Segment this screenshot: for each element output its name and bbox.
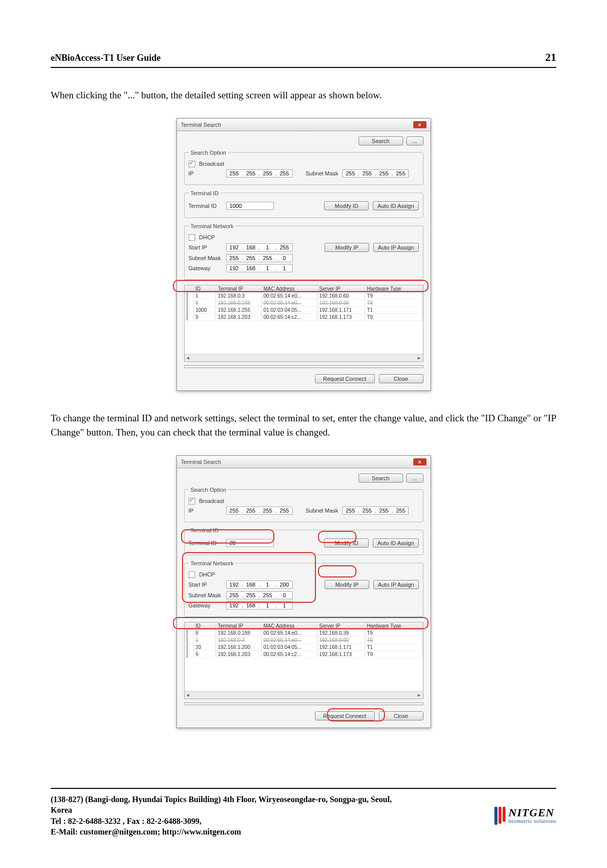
request-connect-button[interactable]: Request Connect (315, 374, 375, 383)
ip-octet[interactable] (361, 508, 374, 514)
ip-octet[interactable] (278, 255, 291, 261)
table-row[interactable]: 8 192.168.0.188 00:02:65:14:e0... 192.16… (185, 630, 423, 637)
col-server-ip[interactable]: Server IP (317, 285, 365, 292)
ip-octet[interactable] (244, 582, 258, 588)
ip-octet[interactable] (344, 170, 357, 176)
broadcast-checkbox[interactable] (189, 498, 195, 504)
start-ip-input[interactable]: . . . (226, 243, 293, 251)
ip-octet[interactable] (278, 602, 291, 608)
gateway-input[interactable]: . . . (226, 601, 293, 609)
close-button[interactable]: Close (379, 374, 423, 383)
scroll-right-icon[interactable]: ► (416, 355, 423, 360)
close-icon[interactable]: × (413, 458, 426, 465)
auto-ip-assign-button[interactable]: Auto IP Assign (373, 243, 418, 252)
more-button[interactable]: ... (406, 136, 423, 146)
ip-octet[interactable] (261, 170, 274, 176)
ip-octet[interactable] (261, 602, 274, 608)
broadcast-ip-input[interactable]: . . . (226, 169, 293, 177)
gateway-input[interactable]: . . . (226, 264, 293, 272)
ip-octet[interactable] (278, 244, 291, 250)
row-checkbox[interactable] (187, 644, 188, 650)
table-row[interactable]: 1 192.168.0.3 00:02:65:14:e0... 192.168.… (185, 293, 423, 300)
close-button[interactable]: Close (379, 711, 423, 720)
ip-octet[interactable] (228, 582, 241, 588)
ip-octet[interactable] (228, 244, 241, 250)
terminal-id-input[interactable] (226, 539, 274, 547)
ip-octet[interactable] (344, 508, 357, 514)
broadcast-mask-input[interactable]: . . . (342, 507, 409, 515)
auto-id-assign-button[interactable]: Auto ID Assign (373, 538, 418, 548)
dhcp-checkbox[interactable] (189, 571, 195, 578)
terminal-id-input[interactable] (226, 202, 274, 210)
search-button[interactable]: Search (359, 474, 403, 483)
ip-octet[interactable] (244, 265, 258, 271)
horizontal-scrollbar[interactable]: ◄ ► (185, 354, 423, 361)
more-button[interactable]: ... (406, 474, 423, 483)
ip-octet[interactable] (261, 582, 274, 588)
row-checkbox[interactable] (187, 637, 188, 643)
col-terminal-ip[interactable]: Terminal IP (216, 285, 262, 292)
row-checkbox[interactable] (187, 314, 188, 320)
ip-octet[interactable] (244, 592, 258, 598)
table-row[interactable]: 1 192.168.0.3 00:02:65:14:e0... 192.168.… (185, 637, 423, 644)
ip-octet[interactable] (244, 508, 258, 514)
col-hw-type[interactable]: Hardware Type (365, 285, 423, 292)
table-row[interactable]: 20 192.168.1.200 01:02:03:04:05... 192.1… (185, 644, 423, 651)
auto-ip-assign-button[interactable]: Auto IP Assign (373, 580, 418, 589)
ip-octet[interactable] (228, 265, 241, 271)
ip-octet[interactable] (244, 244, 258, 250)
ip-octet[interactable] (278, 592, 291, 598)
col-id[interactable]: ID (194, 285, 216, 292)
ip-octet[interactable] (278, 265, 291, 271)
row-checkbox[interactable] (187, 651, 188, 658)
ip-octet[interactable] (377, 508, 390, 514)
col-id[interactable]: ID (194, 623, 216, 629)
ip-octet[interactable] (228, 170, 241, 176)
ip-octet[interactable] (261, 244, 274, 250)
col-mac[interactable]: MAC Address (262, 623, 317, 629)
ip-octet[interactable] (377, 170, 390, 176)
horizontal-scrollbar[interactable]: ◄ ► (185, 691, 423, 699)
scroll-left-icon[interactable]: ◄ (185, 693, 192, 698)
table-row[interactable]: 8 192.168.0.188 00:02:65:14:e0... 192.16… (185, 300, 423, 307)
table-row[interactable]: 1000 192.168.1.255 01:02:03:04:05... 192… (185, 307, 423, 314)
col-mac[interactable]: MAC Address (262, 285, 317, 292)
ip-octet[interactable] (278, 582, 291, 588)
ip-octet[interactable] (228, 255, 241, 261)
search-button[interactable]: Search (359, 136, 403, 146)
ip-octet[interactable] (244, 602, 258, 608)
close-icon[interactable]: × (413, 121, 426, 128)
ip-octet[interactable] (244, 170, 258, 176)
table-row[interactable]: 9 192.168.1.203 00:02:65:14:c2... 192.16… (185, 651, 423, 658)
ip-octet[interactable] (261, 255, 274, 261)
scroll-right-icon[interactable]: ► (416, 693, 423, 698)
modify-id-button[interactable]: Modify ID (324, 201, 369, 210)
ip-octet[interactable] (228, 602, 241, 608)
ip-octet[interactable] (394, 170, 407, 176)
row-checkbox[interactable] (187, 300, 188, 306)
ip-octet[interactable] (228, 508, 241, 514)
modify-ip-button[interactable]: Modify IP (325, 243, 369, 252)
start-ip-input[interactable]: . . . (226, 581, 293, 589)
subnet-mask-input[interactable]: . . . (226, 254, 293, 262)
ip-octet[interactable] (244, 255, 258, 261)
ip-octet[interactable] (278, 170, 291, 176)
ip-octet[interactable] (261, 508, 274, 514)
subnet-mask-input[interactable]: . . . (226, 591, 293, 599)
broadcast-mask-input[interactable]: . . . (342, 169, 409, 177)
ip-octet[interactable] (261, 265, 274, 271)
ip-octet[interactable] (228, 592, 241, 598)
row-checkbox[interactable] (187, 307, 188, 313)
col-server-ip[interactable]: Server IP (317, 623, 365, 629)
modify-ip-button[interactable]: Modify IP (325, 580, 369, 589)
modify-id-button[interactable]: Modify ID (324, 538, 369, 548)
broadcast-checkbox[interactable] (189, 161, 195, 167)
col-hw-type[interactable]: Hardware Type (365, 623, 423, 629)
auto-id-assign-button[interactable]: Auto ID Assign (373, 201, 418, 210)
row-checkbox[interactable] (187, 630, 188, 636)
broadcast-ip-input[interactable]: . . . (226, 507, 293, 515)
scroll-left-icon[interactable]: ◄ (185, 355, 192, 360)
row-checkbox[interactable] (187, 293, 188, 299)
ip-octet[interactable] (394, 508, 407, 514)
ip-octet[interactable] (361, 170, 374, 176)
